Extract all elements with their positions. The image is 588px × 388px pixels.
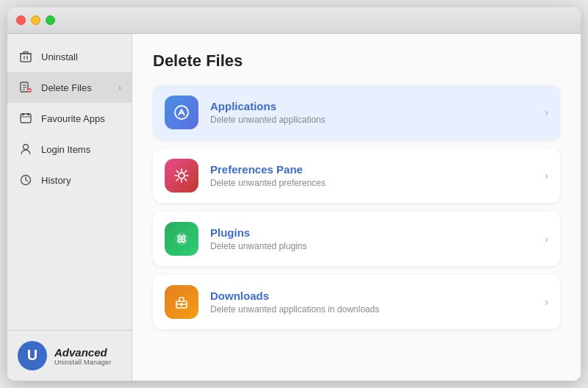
applications-icon	[165, 96, 198, 129]
logo-advanced-label: Advanced	[54, 346, 112, 359]
svg-rect-12	[22, 113, 24, 115]
menu-item-preferences-pane[interactable]: Preferences Pane Delete unwanted prefere…	[153, 148, 560, 203]
sidebar-item-favourite-apps[interactable]: Favourite Apps	[7, 103, 132, 134]
plugins-chevron: ›	[545, 233, 548, 245]
applications-title: Applications	[210, 100, 533, 112]
plugins-icon	[165, 222, 198, 256]
svg-point-14	[24, 145, 29, 150]
delete-files-icon	[18, 79, 34, 96]
sidebar-label-history: History	[41, 175, 121, 186]
app-logo-icon: U	[18, 341, 47, 370]
menu-item-plugins[interactable]: Plugins Delete unwanted plugins ›	[153, 212, 560, 266]
preferences-title: Preferences Pane	[210, 163, 533, 176]
preferences-chevron: ›	[545, 170, 548, 182]
sidebar-label-delete-files: Delete Files	[41, 82, 111, 93]
sidebar-item-uninstall[interactable]: Uninstall	[7, 41, 132, 72]
svg-point-18	[175, 106, 188, 119]
sidebar-chevron-delete-files: ›	[118, 83, 121, 92]
plugins-text: Plugins Delete unwanted plugins	[210, 226, 533, 251]
downloads-text: Downloads Delete unwanted applications i…	[210, 290, 533, 315]
maximize-button[interactable]	[46, 15, 55, 25]
app-window: Uninstall Delete Files ›	[7, 7, 581, 381]
main-content: Uninstall Delete Files ›	[7, 34, 581, 381]
svg-point-20	[179, 173, 184, 179]
sidebar-logo-text: Advanced Uninstall Manager	[54, 346, 112, 366]
title-bar	[7, 7, 581, 34]
logo-subtitle: Uninstall Manager	[54, 359, 112, 366]
sidebar-item-login-items[interactable]: Login Items	[7, 134, 132, 165]
minimize-button[interactable]	[31, 15, 40, 25]
sidebar-item-history[interactable]: History	[7, 165, 132, 195]
applications-text: Applications Delete unwanted application…	[210, 100, 533, 125]
sidebar-logo: U Advanced Uninstall Manager	[7, 330, 132, 381]
sidebar-label-favourite-apps: Favourite Apps	[41, 113, 121, 124]
menu-item-applications[interactable]: Applications Delete unwanted application…	[153, 85, 560, 140]
preferences-text: Preferences Pane Delete unwanted prefere…	[210, 163, 533, 188]
sidebar-item-delete-files[interactable]: Delete Files ›	[7, 72, 132, 103]
svg-text:U: U	[27, 347, 37, 363]
sidebar-label-uninstall: Uninstall	[41, 51, 121, 62]
favourite-icon	[18, 110, 34, 126]
downloads-chevron: ›	[545, 296, 548, 308]
preferences-icon	[165, 159, 198, 193]
svg-rect-13	[27, 113, 29, 115]
content-panel: Delete Files Applications Delete unwante…	[132, 34, 581, 381]
applications-chevron: ›	[545, 107, 548, 118]
applications-desc: Delete unwanted applications	[210, 115, 533, 125]
page-title: Delete Files	[153, 51, 560, 71]
preferences-desc: Delete unwanted preferences	[210, 178, 533, 188]
history-icon	[18, 172, 34, 188]
sidebar: Uninstall Delete Files ›	[7, 34, 132, 381]
login-icon	[18, 141, 34, 157]
svg-point-22	[180, 237, 184, 241]
downloads-title: Downloads	[210, 290, 533, 302]
downloads-icon	[165, 285, 198, 319]
close-button[interactable]	[16, 15, 26, 25]
plugins-desc: Delete unwanted plugins	[210, 241, 533, 251]
svg-rect-0	[21, 54, 31, 62]
downloads-desc: Delete unwanted applications in download…	[210, 304, 533, 315]
sidebar-label-login-items: Login Items	[41, 144, 121, 155]
plugins-title: Plugins	[210, 226, 533, 239]
trash-icon	[18, 48, 34, 65]
traffic-lights	[16, 15, 55, 25]
menu-item-downloads[interactable]: Downloads Delete unwanted applications i…	[153, 275, 560, 329]
